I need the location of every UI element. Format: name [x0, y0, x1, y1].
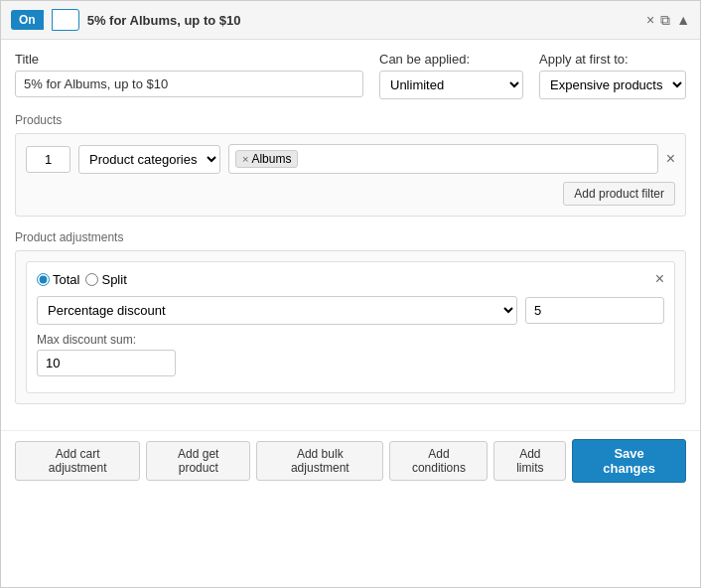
split-radio-label[interactable]: Split	[85, 272, 126, 287]
total-radio[interactable]	[37, 273, 50, 286]
total-radio-label[interactable]: Total	[37, 272, 79, 287]
adj-header: Total Split ×	[37, 270, 664, 288]
form-row-title: Title Can be applied: Unlimited Once per…	[15, 52, 686, 99]
window-title: 5% for Albums, up to $10	[87, 13, 638, 28]
close-icon[interactable]: ×	[646, 12, 654, 28]
tag-label: Albums	[251, 152, 291, 166]
remove-product-row-icon[interactable]: ×	[666, 150, 675, 168]
add-limits-button[interactable]: Add limits	[493, 441, 566, 481]
title-actions: × ⧉ ▲	[646, 12, 690, 29]
add-bulk-adjustment-button[interactable]: Add bulk adjustment	[256, 441, 383, 481]
toggle-box[interactable]	[52, 9, 79, 31]
remove-adjustment-icon[interactable]: ×	[655, 270, 664, 288]
split-radio-text: Split	[101, 272, 126, 287]
split-radio[interactable]	[85, 273, 98, 286]
apply-first-select[interactable]: Expensive products Cheapest products	[539, 71, 686, 99]
title-label: Title	[15, 52, 363, 67]
title-input[interactable]	[15, 71, 363, 97]
apply-first-group: Apply at first to: Expensive products Ch…	[539, 52, 686, 99]
discount-value-input[interactable]	[525, 297, 664, 324]
tag-remove-icon[interactable]: ×	[242, 153, 248, 165]
add-cart-adjustment-button[interactable]: Add cart adjustment	[15, 441, 140, 481]
max-discount-input[interactable]	[37, 350, 176, 376]
max-discount-group: Max discount sum:	[37, 333, 664, 376]
can-be-applied-select[interactable]: Unlimited Once per order Once per custom…	[379, 71, 523, 99]
discount-type-row: Percentage discount Fixed discount Fixed…	[37, 296, 664, 325]
product-row: Product categories Products × Albums ×	[26, 144, 675, 174]
bottom-bar: Add cart adjustment Add get product Add …	[1, 430, 700, 491]
collapse-icon[interactable]: ▲	[676, 12, 690, 28]
add-get-product-button[interactable]: Add get product	[146, 441, 250, 481]
content: Title Can be applied: Unlimited Once per…	[1, 40, 700, 430]
copy-icon[interactable]: ⧉	[660, 12, 670, 29]
total-split-radio-group: Total Split	[37, 272, 127, 287]
tag-albums: × Albums	[235, 150, 298, 168]
title-field-group: Title	[15, 52, 363, 97]
save-changes-button[interactable]: Save changes	[572, 439, 686, 483]
apply-first-label: Apply at first to:	[539, 52, 686, 67]
title-bar: On 5% for Albums, up to $10 × ⧉ ▲	[1, 1, 700, 40]
product-row-number[interactable]	[26, 146, 70, 173]
toggle-on-button[interactable]: On	[11, 10, 44, 30]
products-section-label: Products	[15, 113, 686, 127]
adjustments-section-label: Product adjustments	[15, 230, 686, 244]
product-category-select[interactable]: Product categories Products	[78, 145, 220, 174]
main-window: On 5% for Albums, up to $10 × ⧉ ▲ Title …	[0, 0, 701, 588]
adjustments-section-box: Total Split × Percentage discount Fixed …	[15, 250, 686, 404]
products-section-box: Product categories Products × Albums × A…	[15, 133, 686, 217]
can-be-applied-label: Can be applied:	[379, 52, 523, 67]
add-product-filter-button[interactable]: Add product filter	[563, 182, 675, 206]
can-be-applied-group: Can be applied: Unlimited Once per order…	[379, 52, 523, 99]
add-conditions-button[interactable]: Add conditions	[389, 441, 488, 481]
total-radio-text: Total	[53, 272, 79, 287]
adjustment-inner-box: Total Split × Percentage discount Fixed …	[26, 261, 675, 393]
discount-type-select[interactable]: Percentage discount Fixed discount Fixed…	[37, 296, 517, 325]
max-discount-label: Max discount sum:	[37, 333, 664, 347]
tag-input-area[interactable]: × Albums	[228, 144, 658, 174]
